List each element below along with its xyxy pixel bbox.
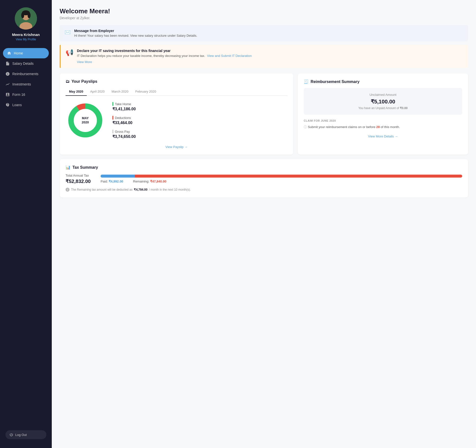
view-more-details-link[interactable]: View More Details → <box>304 134 462 138</box>
tax-header: 📊 Tax Summary <box>66 165 462 170</box>
welcome-subtitle: Developer at Zylker. <box>60 16 468 20</box>
tax-progress-bar <box>101 175 462 178</box>
message-body: Hi there! Your salary has been revised. … <box>74 34 197 37</box>
tax-summary-card: 📊 Tax Summary Total Annual Tax ₹52,832.0… <box>60 159 468 198</box>
remaining-label-group: Remaining: ₹47,840.00 <box>133 180 166 183</box>
payslip-icon: 🗂 <box>66 79 70 84</box>
claim-section-label: CLAIM FOR JUNE 2020 <box>304 119 462 122</box>
user-name: Meera Krishnan <box>12 33 40 37</box>
tax-amount-section: Total Annual Tax ₹52,832.00 <box>66 174 91 184</box>
it-megaphone-icon: 📢 <box>66 49 73 56</box>
paid-label-group: Paid: ₹4,992.00 <box>101 180 123 183</box>
welcome-title: Welcome Meera! <box>60 7 468 15</box>
take-home-bar <box>112 102 113 106</box>
sidebar-item-loans[interactable]: Loans <box>0 100 52 110</box>
sidebar-item-salary-details[interactable]: Salary Details <box>0 58 52 69</box>
avatar <box>15 7 37 30</box>
sidebar-item-home[interactable]: Home <box>3 48 49 58</box>
payslip-body: MAY 2020 Take Home ₹3,41,186.00 <box>66 101 287 140</box>
donut-chart: MAY 2020 <box>66 101 105 140</box>
reimbursement-icon: 🧾 <box>304 79 309 84</box>
logout-button[interactable]: Log Out <box>5 430 46 439</box>
message-banner: ✉️ Message from Employer Hi there! Your … <box>60 25 468 41</box>
tax-note: i The Remaining tax amount will be deduc… <box>66 188 462 192</box>
tab-february-2020[interactable]: February 2020 <box>132 88 160 96</box>
unpaid-info: You have an Unpaid Amount of ₹0.00 <box>309 106 457 110</box>
view-payslip-link[interactable]: View Payslip → <box>66 145 287 149</box>
tax-annual-amount: ₹52,832.00 <box>66 178 91 184</box>
gross-pay-value: ₹3,74,650.00 <box>112 134 136 139</box>
sidebar-item-form16[interactable]: Form 16 <box>0 89 52 100</box>
tab-may-2020[interactable]: May 2020 <box>66 88 87 96</box>
payslips-header: 🗂 Your Payslips <box>66 79 287 84</box>
payslips-card: 🗂 Your Payslips May 2020 April 2020 Marc… <box>60 73 293 155</box>
tab-april-2020[interactable]: April 2020 <box>87 88 108 96</box>
it-declaration-link[interactable]: View and Submit IT Declaration <box>207 54 252 58</box>
info-icon: i <box>66 188 70 192</box>
message-icon: ✉️ <box>65 29 71 35</box>
tax-bar-labels: Paid: ₹4,992.00 Remaining: ₹47,840.00 <box>101 180 462 183</box>
tax-body: Total Annual Tax ₹52,832.00 Paid: ₹4,992… <box>66 174 462 184</box>
tax-paid-bar <box>101 175 135 178</box>
nav-list: Home Salary Details Reimbursements Inves… <box>0 48 52 426</box>
tax-annual-label: Total Annual Tax <box>66 174 91 177</box>
unclaimed-section: Unclaimed Amount ₹5,100.00 You have an U… <box>304 88 462 115</box>
payslip-tabs: May 2020 April 2020 March 2020 February … <box>66 88 287 96</box>
gross-pay-bar <box>112 130 113 133</box>
reimbursement-header: 🧾 Reimbursement Summary <box>304 79 462 84</box>
deductions-bar <box>112 116 113 120</box>
it-banner: 📢 Declare your IT saving investments for… <box>60 45 468 68</box>
it-banner-body: IT Declaration helps you reduce your tax… <box>77 54 252 58</box>
reimbursement-card: 🧾 Reimbursement Summary Unclaimed Amount… <box>298 73 468 155</box>
sidebar-item-reimbursements[interactable]: Reimbursements <box>0 69 52 79</box>
claim-info-icon: ⓘ <box>304 125 307 129</box>
take-home-stat: Take Home ₹3,41,186.00 <box>112 102 136 111</box>
view-profile-link[interactable]: View My Profile <box>16 38 36 41</box>
tax-remaining-bar <box>135 175 462 178</box>
unclaimed-label: Unclaimed Amount <box>309 93 457 97</box>
donut-center-label: MAY 2020 <box>82 116 89 125</box>
deductions-stat: Deductions ₹33,464.00 <box>112 116 136 125</box>
main-content: Welcome Meera! Developer at Zylker. ✉️ M… <box>52 0 476 448</box>
sidebar-item-investments[interactable]: Investments <box>0 79 52 89</box>
tax-bar-section: Paid: ₹4,992.00 Remaining: ₹47,840.00 <box>101 175 462 183</box>
sidebar-bottom: Log Out <box>0 426 52 443</box>
message-title: Message from Employer <box>74 29 197 33</box>
take-home-value: ₹3,41,186.00 <box>112 107 136 111</box>
deductions-value: ₹33,464.00 <box>112 120 136 125</box>
sidebar: Meera Krishnan View My Profile Home Sala… <box>0 0 52 448</box>
cards-row: 🗂 Your Payslips May 2020 April 2020 Marc… <box>60 73 468 155</box>
tab-march-2020[interactable]: March 2020 <box>108 88 132 96</box>
it-view-more-link[interactable]: View More <box>77 60 92 64</box>
svg-point-4 <box>21 12 24 18</box>
pay-stats: Take Home ₹3,41,186.00 Deductions ₹33,46… <box>112 102 136 139</box>
claim-info: ⓘ Submit your reimbursement claims on or… <box>304 125 462 130</box>
it-banner-title: Declare your IT saving investments for t… <box>77 49 252 53</box>
unclaimed-amount: ₹5,100.00 <box>309 99 457 105</box>
gross-pay-stat: Gross Pay ₹3,74,650.00 <box>112 130 136 139</box>
tax-icon: 📊 <box>66 165 71 170</box>
svg-point-5 <box>28 12 31 18</box>
